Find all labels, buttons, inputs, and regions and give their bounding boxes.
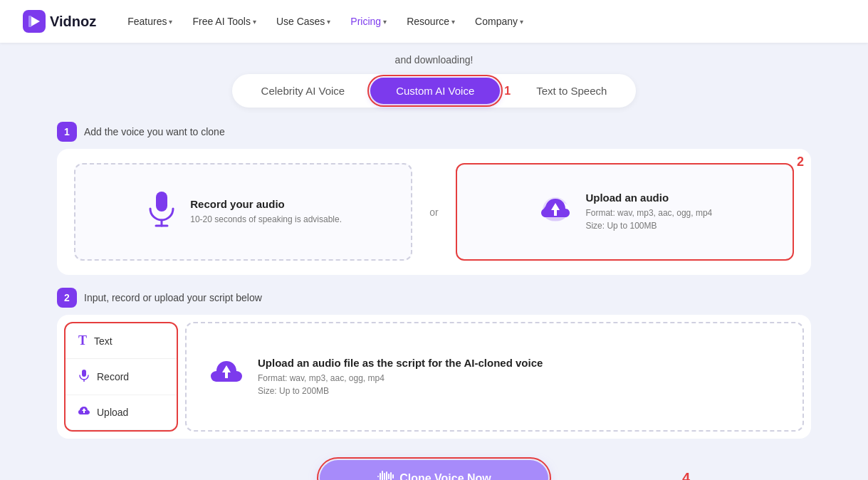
microphone-small-icon: [78, 369, 90, 385]
clone-voice-button[interactable]: Clone Voice Now: [320, 460, 548, 480]
tab-row: Celebrity AI Voice Custom AI Voice 1 Tex…: [232, 74, 637, 108]
record-audio-text: Record your audio 10-20 seconds of speak…: [190, 198, 342, 226]
microphone-icon: [145, 190, 179, 234]
section-2-label: Input, record or upload your script belo…: [84, 292, 262, 303]
section-1-label: Add the voice you want to clone: [84, 126, 225, 137]
upload-small-icon: [78, 405, 90, 419]
upload-audio-text: Upload an audio Format: wav, mp3, aac, o…: [585, 192, 712, 232]
script-upload-option[interactable]: Upload: [66, 395, 177, 430]
section-1-header: 1 Add the voice you want to clone: [57, 122, 811, 142]
script-text-option[interactable]: T Text: [66, 323, 177, 359]
nav-free-ai-tools[interactable]: Free AI Tools ▾: [184, 11, 264, 31]
nav-features[interactable]: Features ▾: [119, 11, 181, 31]
clone-row: Clone Voice Now 4: [57, 452, 811, 480]
nav-pricing[interactable]: Pricing ▾: [342, 11, 395, 31]
upload-audio-option[interactable]: Upload an audio Format: wav, mp3, aac, o…: [456, 163, 794, 261]
svg-rect-3: [156, 192, 167, 212]
upload-cloud-icon: [537, 192, 574, 232]
logo[interactable]: Vidnoz: [23, 10, 96, 33]
svg-rect-9: [82, 370, 86, 377]
script-upload-text: Upload an audio file as the script for t…: [258, 357, 543, 397]
clone-annotation: 4: [682, 470, 690, 480]
top-text: and downloading!: [57, 48, 811, 74]
svg-rect-2: [28, 16, 31, 27]
chevron-down-icon: ▾: [451, 18, 455, 26]
section-1-number: 1: [57, 122, 77, 142]
section-1: 1 Add the voice you want to clone: [57, 122, 811, 275]
navbar: Vidnoz Features ▾ Free AI Tools ▾ Use Ca…: [0, 0, 868, 43]
main-content: and downloading! Celebrity AI Voice Cust…: [0, 43, 868, 480]
nav-company[interactable]: Company ▾: [466, 11, 532, 31]
script-upload-area[interactable]: Upload an audio file as the script for t…: [185, 322, 804, 432]
chevron-down-icon: ▾: [169, 18, 172, 26]
or-divider: or: [412, 163, 455, 261]
nav-resource[interactable]: Resource ▾: [398, 11, 464, 31]
chevron-down-icon: ▾: [383, 18, 387, 26]
chevron-down-icon: ▾: [327, 18, 330, 26]
section-2-number: 2: [57, 288, 77, 308]
waveform-icon: [377, 470, 394, 480]
upload-audio-annotation: 2: [797, 155, 804, 169]
nav-links: Features ▾ Free AI Tools ▾ Use Cases ▾ P…: [119, 11, 532, 31]
brand-name: Vidnoz: [50, 14, 96, 30]
script-record-option[interactable]: Record: [66, 359, 177, 395]
upload-row: Record your audio 10-20 seconds of speak…: [74, 163, 794, 261]
tab-text-to-speech[interactable]: Text to Speech: [511, 78, 632, 104]
tab-celebrity-ai-voice[interactable]: Celebrity AI Voice: [236, 78, 371, 104]
section-2: 2 Input, record or upload your script be…: [57, 288, 811, 439]
record-audio-option[interactable]: Record your audio 10-20 seconds of speak…: [74, 163, 412, 261]
nav-use-cases[interactable]: Use Cases ▾: [268, 11, 339, 31]
section-1-card: Record your audio 10-20 seconds of speak…: [57, 149, 811, 275]
chevron-down-icon: ▾: [253, 18, 256, 26]
script-upload-cloud-icon: [209, 358, 244, 396]
tab-annotation-1: 1: [504, 85, 511, 98]
tab-custom-ai-voice[interactable]: Custom AI Voice: [370, 78, 500, 104]
script-sidebar: T Text Record: [64, 322, 178, 432]
logo-icon: [23, 10, 46, 33]
chevron-down-icon: ▾: [520, 18, 523, 26]
section-2-header: 2 Input, record or upload your script be…: [57, 288, 811, 308]
text-icon: T: [78, 333, 87, 348]
script-card: T Text Record: [57, 315, 811, 439]
